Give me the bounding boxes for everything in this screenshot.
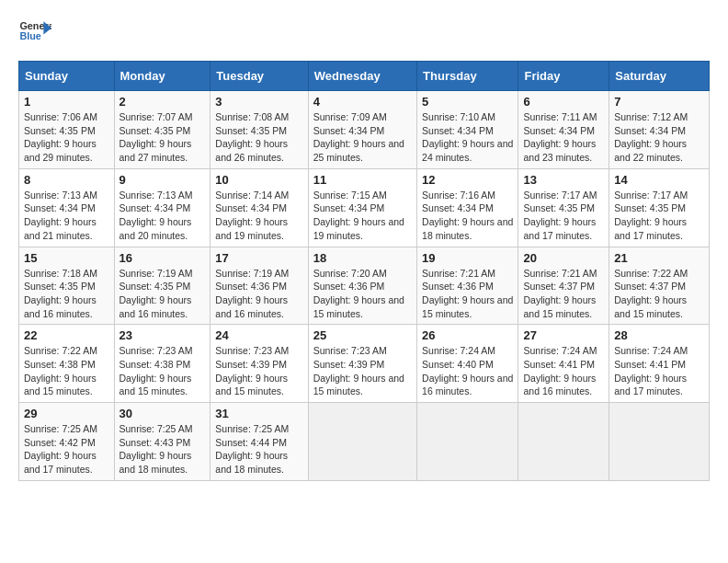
- day-number: 14: [614, 173, 704, 187]
- day-info: Sunrise: 7:08 AM Sunset: 4:35 PM Dayligh…: [215, 110, 302, 165]
- calendar-cell: 31 Sunrise: 7:25 AM Sunset: 4:44 PM Dayl…: [210, 403, 308, 481]
- day-info: Sunrise: 7:20 AM Sunset: 4:36 PM Dayligh…: [313, 267, 412, 321]
- sunrise-label: Sunrise: 7:21 AM: [523, 268, 597, 279]
- sunrise-label: Sunrise: 7:17 AM: [614, 190, 688, 201]
- week-row-2: 8 Sunrise: 7:13 AM Sunset: 4:34 PM Dayli…: [19, 168, 710, 247]
- calendar-cell: 11 Sunrise: 7:15 AM Sunset: 4:34 PM Dayl…: [308, 168, 416, 247]
- column-header-saturday: Saturday: [609, 62, 710, 91]
- calendar-cell: 25 Sunrise: 7:23 AM Sunset: 4:39 PM Dayl…: [308, 325, 416, 403]
- day-number: 3: [215, 95, 302, 109]
- day-number: 4: [313, 95, 412, 109]
- daylight-label: Daylight: 9 hours and 22 minutes.: [614, 138, 687, 163]
- day-number: 13: [523, 173, 604, 187]
- daylight-label: Daylight: 9 hours and 21 minutes.: [24, 216, 97, 241]
- sunrise-label: Sunrise: 7:14 AM: [215, 190, 289, 201]
- calendar-cell: 6 Sunrise: 7:11 AM Sunset: 4:34 PM Dayli…: [518, 91, 609, 169]
- daylight-label: Daylight: 9 hours and 15 minutes.: [614, 294, 687, 319]
- day-info: Sunrise: 7:15 AM Sunset: 4:34 PM Dayligh…: [313, 189, 412, 243]
- sunset-label: Sunset: 4:38 PM: [24, 359, 96, 370]
- day-info: Sunrise: 7:07 AM Sunset: 4:35 PM Dayligh…: [119, 110, 206, 165]
- day-number: 24: [215, 328, 302, 342]
- calendar-cell: 8 Sunrise: 7:13 AM Sunset: 4:34 PM Dayli…: [19, 168, 115, 247]
- sunrise-label: Sunrise: 7:13 AM: [119, 190, 193, 201]
- sunset-label: Sunset: 4:35 PM: [523, 202, 595, 213]
- logo: General Blue: [18, 15, 51, 48]
- daylight-label: Daylight: 9 hours and 15 minutes.: [119, 373, 192, 397]
- sunrise-label: Sunrise: 7:19 AM: [215, 268, 289, 279]
- calendar-cell: 14 Sunrise: 7:17 AM Sunset: 4:35 PM Dayl…: [609, 168, 710, 247]
- day-number: 7: [614, 95, 704, 109]
- day-number: 6: [523, 95, 604, 109]
- day-info: Sunrise: 7:23 AM Sunset: 4:39 PM Dayligh…: [215, 344, 302, 398]
- sunset-label: Sunset: 4:34 PM: [313, 202, 385, 213]
- day-info: Sunrise: 7:21 AM Sunset: 4:36 PM Dayligh…: [422, 267, 513, 321]
- daylight-label: Daylight: 9 hours and 15 minutes.: [523, 294, 596, 319]
- daylight-label: Daylight: 9 hours and 17 minutes.: [614, 373, 687, 397]
- day-info: Sunrise: 7:25 AM Sunset: 4:42 PM Dayligh…: [24, 422, 109, 477]
- daylight-label: Daylight: 9 hours and 16 minutes.: [215, 294, 288, 319]
- column-header-tuesday: Tuesday: [210, 62, 308, 91]
- sunrise-label: Sunrise: 7:22 AM: [24, 345, 97, 356]
- sunrise-label: Sunrise: 7:25 AM: [215, 423, 289, 434]
- sunrise-label: Sunrise: 7:23 AM: [215, 345, 289, 356]
- sunrise-label: Sunrise: 7:24 AM: [614, 345, 688, 356]
- sunset-label: Sunset: 4:40 PM: [422, 359, 494, 370]
- sunrise-label: Sunrise: 7:21 AM: [422, 268, 495, 279]
- day-number: 27: [523, 328, 604, 342]
- day-number: 26: [422, 328, 513, 342]
- day-number: 16: [119, 251, 206, 265]
- sunrise-label: Sunrise: 7:18 AM: [24, 268, 97, 279]
- sunset-label: Sunset: 4:42 PM: [24, 437, 96, 448]
- sunset-label: Sunset: 4:37 PM: [523, 281, 595, 292]
- sunset-label: Sunset: 4:36 PM: [215, 281, 287, 292]
- daylight-label: Daylight: 9 hours and 17 minutes.: [24, 450, 97, 475]
- day-info: Sunrise: 7:11 AM Sunset: 4:34 PM Dayligh…: [523, 110, 604, 165]
- calendar-cell: 9 Sunrise: 7:13 AM Sunset: 4:34 PM Dayli…: [114, 168, 210, 247]
- calendar-body: 1 Sunrise: 7:06 AM Sunset: 4:35 PM Dayli…: [19, 91, 710, 481]
- calendar-cell: 18 Sunrise: 7:20 AM Sunset: 4:36 PM Dayl…: [308, 247, 416, 325]
- daylight-label: Daylight: 9 hours and 24 minutes.: [422, 138, 513, 163]
- day-info: Sunrise: 7:24 AM Sunset: 4:41 PM Dayligh…: [614, 344, 704, 398]
- calendar-cell: 16 Sunrise: 7:19 AM Sunset: 4:35 PM Dayl…: [114, 247, 210, 325]
- sunset-label: Sunset: 4:37 PM: [614, 281, 686, 292]
- daylight-label: Daylight: 9 hours and 29 minutes.: [24, 138, 97, 163]
- daylight-label: Daylight: 9 hours and 17 minutes.: [523, 216, 596, 241]
- day-info: Sunrise: 7:12 AM Sunset: 4:34 PM Dayligh…: [614, 110, 704, 165]
- sunset-label: Sunset: 4:41 PM: [614, 359, 686, 370]
- day-info: Sunrise: 7:24 AM Sunset: 4:40 PM Dayligh…: [422, 344, 513, 398]
- calendar-cell: 30 Sunrise: 7:25 AM Sunset: 4:43 PM Dayl…: [114, 403, 210, 481]
- sunrise-label: Sunrise: 7:13 AM: [24, 190, 97, 201]
- svg-text:Blue: Blue: [19, 30, 40, 41]
- sunset-label: Sunset: 4:36 PM: [422, 281, 494, 292]
- sunrise-label: Sunrise: 7:15 AM: [313, 190, 387, 201]
- week-row-3: 15 Sunrise: 7:18 AM Sunset: 4:35 PM Dayl…: [19, 247, 710, 325]
- daylight-label: Daylight: 9 hours and 27 minutes.: [119, 138, 192, 163]
- daylight-label: Daylight: 9 hours and 25 minutes.: [313, 138, 404, 163]
- day-number: 22: [24, 328, 109, 342]
- sunrise-label: Sunrise: 7:22 AM: [614, 268, 688, 279]
- daylight-label: Daylight: 9 hours and 19 minutes.: [215, 216, 288, 241]
- daylight-label: Daylight: 9 hours and 15 minutes.: [215, 373, 288, 397]
- week-row-5: 29 Sunrise: 7:25 AM Sunset: 4:42 PM Dayl…: [19, 403, 710, 481]
- sunrise-label: Sunrise: 7:16 AM: [422, 190, 495, 201]
- daylight-label: Daylight: 9 hours and 19 minutes.: [313, 216, 404, 241]
- day-number: 10: [215, 173, 302, 187]
- daylight-label: Daylight: 9 hours and 20 minutes.: [119, 216, 192, 241]
- sunrise-label: Sunrise: 7:19 AM: [119, 268, 193, 279]
- sunrise-label: Sunrise: 7:24 AM: [523, 345, 597, 356]
- sunset-label: Sunset: 4:43 PM: [119, 437, 191, 448]
- calendar-cell: 4 Sunrise: 7:09 AM Sunset: 4:34 PM Dayli…: [308, 91, 416, 169]
- daylight-label: Daylight: 9 hours and 16 minutes.: [119, 294, 192, 319]
- sunset-label: Sunset: 4:34 PM: [119, 202, 191, 213]
- day-info: Sunrise: 7:21 AM Sunset: 4:37 PM Dayligh…: [523, 267, 604, 321]
- day-number: 8: [24, 173, 109, 187]
- day-number: 18: [313, 251, 412, 265]
- logo-icon: General Blue: [18, 15, 51, 48]
- sunrise-label: Sunrise: 7:12 AM: [614, 111, 688, 122]
- day-number: 17: [215, 251, 302, 265]
- calendar-cell: 10 Sunrise: 7:14 AM Sunset: 4:34 PM Dayl…: [210, 168, 308, 247]
- column-header-friday: Friday: [518, 62, 609, 91]
- calendar-cell: [417, 403, 518, 481]
- day-info: Sunrise: 7:23 AM Sunset: 4:39 PM Dayligh…: [313, 344, 412, 398]
- daylight-label: Daylight: 9 hours and 15 minutes.: [313, 373, 404, 397]
